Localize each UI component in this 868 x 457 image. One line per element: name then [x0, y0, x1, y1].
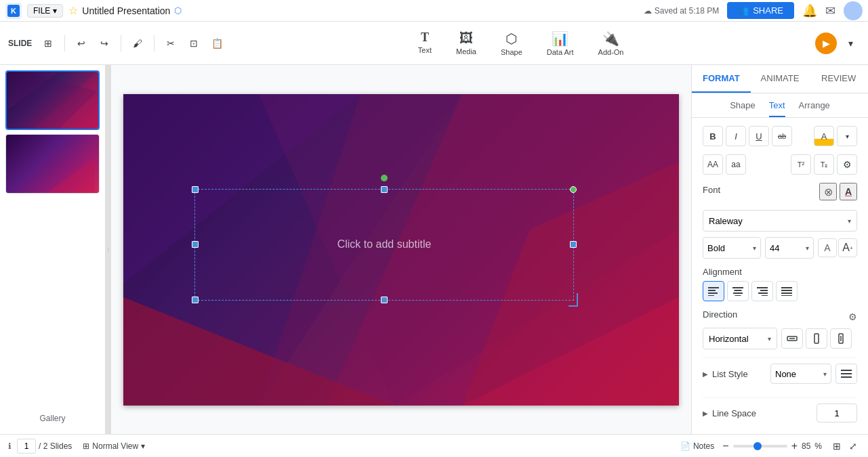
slide-2-thumbnail[interactable]	[5, 134, 100, 194]
underline-button[interactable]: U	[749, 126, 769, 146]
dir-horizontal-button[interactable]	[781, 328, 803, 349]
media-tool-icon: 🖼	[459, 30, 473, 46]
toolbar-tools-group: T Text 🖼 Media ⬡ Shape 📊 Data Art 🔌 Add-…	[228, 28, 814, 59]
list-style-more[interactable]	[835, 364, 857, 384]
slide-panel: 1 2 Gallery	[0, 65, 106, 434]
paste-button[interactable]: 📋	[207, 34, 226, 53]
subscript-button[interactable]: T₂	[814, 154, 834, 175]
data-art-tool-icon: 📊	[552, 30, 569, 47]
grid-view-icon[interactable]: ⊞	[830, 439, 844, 453]
dir-rotate-right-button[interactable]	[830, 328, 852, 349]
font-name-selector[interactable]: Raleway ▾	[703, 210, 857, 232]
document-title[interactable]: Untitled Presentation	[82, 5, 170, 16]
dir-rotate-left-button[interactable]	[806, 328, 827, 349]
text-format-settings[interactable]: ⚙	[837, 154, 857, 175]
align-left-button[interactable]	[703, 281, 724, 301]
handle-bottom-middle[interactable]	[381, 297, 388, 303]
normal-view-button[interactable]: ⊞ Normal View ▾	[77, 439, 150, 453]
handle-middle-right[interactable]	[570, 241, 577, 248]
add-on-tool[interactable]: 🔌 Add-On	[593, 28, 629, 59]
slide-canvas[interactable]: Click to add subtitle	[123, 94, 679, 406]
line-space-value[interactable]: 1	[817, 404, 857, 422]
zoom-slider[interactable]	[733, 445, 787, 448]
present-dropdown[interactable]: ▾	[841, 34, 860, 53]
bottom-right: 📄 Notes − + 85 % ⊞ ⤢	[680, 439, 860, 453]
star-icon[interactable]: ☆	[68, 4, 78, 17]
shape-tool[interactable]: ⬡ Shape	[495, 28, 528, 59]
font-size-buttons: A A+	[818, 238, 857, 257]
copy-button[interactable]: ⊡	[184, 34, 203, 53]
slide-number-input[interactable]: 1	[17, 439, 36, 454]
zoom-value: 85	[802, 441, 810, 451]
direction-selector[interactable]: Horizontal ▾	[703, 328, 777, 349]
panel-subtabs: Shape Text Arrange	[692, 93, 868, 118]
font-size-chevron: ▾	[806, 244, 809, 252]
resize-bar[interactable]: ⋮	[106, 65, 111, 434]
share-button[interactable]: 👥 SHARE	[727, 2, 794, 19]
slide-1-thumbnail[interactable]	[5, 70, 100, 130]
handle-top-right[interactable]	[570, 186, 577, 193]
add-on-tool-icon: 🔌	[602, 30, 619, 47]
drive-icon[interactable]: ⬡	[174, 5, 182, 16]
color-more-button[interactable]: ▾	[837, 126, 857, 146]
font-size-selector[interactable]: 44 ▾	[765, 237, 814, 259]
superscript-button[interactable]: T²	[791, 154, 811, 175]
file-button[interactable]: FILE ▾	[27, 4, 63, 18]
direction-settings[interactable]: ⚙	[848, 311, 857, 322]
list-style-label: List Style	[712, 369, 770, 379]
font-increase-button[interactable]: A+	[838, 238, 857, 257]
redo-button[interactable]: ↪	[95, 34, 114, 53]
list-style-row[interactable]: ▶ List Style None ▾	[703, 357, 857, 389]
line-space-row[interactable]: ▶ Line Space 1	[703, 397, 857, 428]
present-icon: ▶	[823, 38, 830, 49]
zoom-plus-icon[interactable]: +	[791, 440, 798, 452]
font-color-button[interactable]: A	[840, 183, 857, 200]
direction-label: Direction	[703, 309, 737, 320]
handle-bottom-right[interactable]	[569, 293, 578, 307]
align-center-button[interactable]	[727, 281, 749, 301]
uppercase-button[interactable]: AA	[703, 154, 723, 175]
present-button[interactable]: ▶	[815, 32, 837, 54]
handle-bottom-left[interactable]	[192, 297, 199, 303]
layout-button[interactable]: ⊞	[39, 34, 58, 53]
handle-top-left[interactable]	[192, 186, 199, 193]
mail-icon[interactable]: ✉	[825, 3, 835, 18]
tab-animate[interactable]: ANIMATE	[751, 65, 810, 93]
notes-button[interactable]: 📄 Notes	[680, 441, 714, 451]
fit-screen-icon[interactable]: ⤢	[846, 439, 860, 453]
cut-button[interactable]: ✂	[161, 34, 180, 53]
tab-format[interactable]: FORMAT	[692, 65, 751, 93]
text-tool-icon: T	[421, 30, 429, 45]
subtab-text[interactable]: Text	[769, 100, 785, 117]
rotate-handle[interactable]	[381, 175, 388, 181]
user-avatar[interactable]	[844, 1, 863, 20]
list-style-selector[interactable]: None ▾	[770, 364, 831, 384]
undo-button[interactable]: ↩	[72, 34, 91, 53]
bold-button[interactable]: B	[703, 126, 723, 146]
lowercase-button[interactable]: aa	[726, 154, 746, 175]
paint-button[interactable]: 🖌	[128, 34, 147, 53]
font-decrease-button[interactable]: A	[818, 238, 837, 257]
strikethrough-button[interactable]: ab	[772, 126, 792, 146]
notification-icon[interactable]: 🔔	[802, 3, 817, 18]
handle-top-middle[interactable]	[381, 186, 388, 193]
data-art-tool-label: Data Art	[547, 48, 574, 56]
zoom-minus-icon[interactable]: −	[722, 440, 728, 452]
subtab-shape[interactable]: Shape	[730, 100, 756, 117]
text-tool[interactable]: T Text	[413, 28, 437, 59]
handle-middle-left[interactable]	[192, 241, 199, 248]
align-right-button[interactable]	[751, 281, 773, 301]
media-tool[interactable]: 🖼 Media	[451, 28, 482, 59]
panel-tabs: FORMAT ANIMATE REVIEW	[692, 65, 868, 93]
italic-button[interactable]: I	[726, 126, 746, 146]
zoom-control: − + 85 %	[722, 440, 822, 452]
subtab-arrange[interactable]: Arrange	[799, 100, 830, 117]
text-color-button[interactable]: A	[814, 126, 834, 146]
tab-review[interactable]: REVIEW	[809, 65, 868, 93]
align-justify-button[interactable]	[776, 281, 798, 301]
bottom-bar: ℹ 1 / 2 Slides ⊞ Normal View ▾ 📄 Notes −…	[0, 434, 868, 457]
font-clear-button[interactable]: ⊗	[819, 183, 837, 200]
font-weight-selector[interactable]: Bold ▾	[703, 237, 761, 259]
subtitle-textbox[interactable]: Click to add subtitle	[194, 189, 574, 301]
data-art-tool[interactable]: 📊 Data Art	[541, 28, 579, 59]
